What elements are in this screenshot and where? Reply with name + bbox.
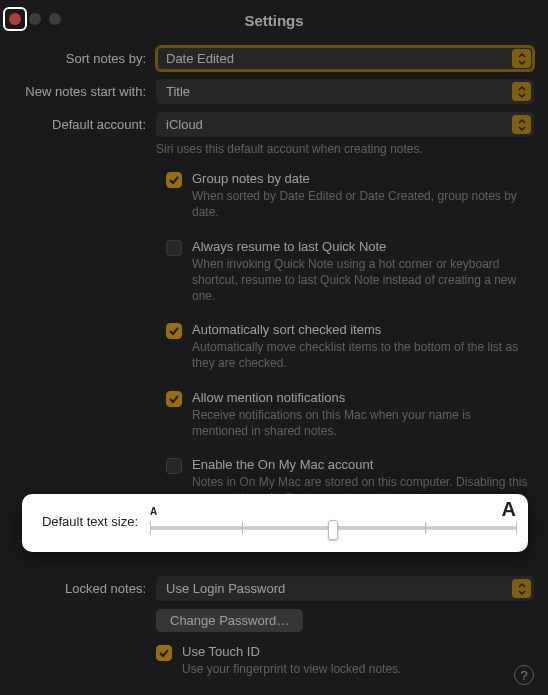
- default-account-popup[interactable]: iCloud: [156, 112, 534, 137]
- locked-notes-popup[interactable]: Use Login Password: [156, 576, 534, 601]
- option-autosort-checked[interactable]: Automatically sort checked items Automat…: [166, 322, 530, 371]
- large-a-icon: A: [502, 498, 516, 521]
- checkbox-icon[interactable]: [166, 240, 182, 256]
- checkbox-icon[interactable]: [156, 645, 172, 661]
- text-size-slider[interactable]: [150, 526, 516, 530]
- option-sub: Use your fingerprint to view locked note…: [182, 661, 534, 677]
- updown-icon: [512, 82, 531, 101]
- option-sub: When sorted by Date Edited or Date Creat…: [192, 188, 530, 220]
- option-group-by-date[interactable]: Group notes by date When sorted by Date …: [166, 171, 530, 220]
- sort-notes-label: Sort notes by:: [14, 46, 156, 66]
- slider-thumb[interactable]: [328, 520, 338, 540]
- option-title: Allow mention notifications: [192, 390, 530, 405]
- option-title: Enable the On My Mac account: [192, 457, 530, 472]
- zoom-icon[interactable]: [49, 13, 61, 25]
- new-notes-value: Title: [166, 84, 190, 99]
- help-button[interactable]: ?: [514, 665, 534, 685]
- new-notes-label: New notes start with:: [14, 79, 156, 99]
- default-account-value: iCloud: [166, 117, 203, 132]
- option-title: Group notes by date: [192, 171, 530, 186]
- sort-notes-value: Date Edited: [166, 51, 234, 66]
- checkbox-icon[interactable]: [166, 458, 182, 474]
- checkbox-icon[interactable]: [166, 172, 182, 188]
- default-account-label: Default account:: [14, 112, 156, 132]
- window-title: Settings: [244, 12, 303, 29]
- checkbox-icon[interactable]: [166, 391, 182, 407]
- updown-icon: [512, 579, 531, 598]
- option-title: Automatically sort checked items: [192, 322, 530, 337]
- minimize-icon[interactable]: [29, 13, 41, 25]
- new-notes-popup[interactable]: Title: [156, 79, 534, 104]
- change-password-button[interactable]: Change Password…: [156, 609, 303, 632]
- locked-notes-value: Use Login Password: [166, 581, 285, 596]
- checkbox-icon[interactable]: [166, 323, 182, 339]
- default-account-hint: Siri uses this default account when crea…: [156, 141, 534, 157]
- option-title: Always resume to last Quick Note: [192, 239, 530, 254]
- option-sub: When invoking Quick Note using a hot cor…: [192, 256, 530, 305]
- text-size-label: Default text size:: [34, 514, 140, 529]
- locked-notes-label: Locked notes:: [14, 576, 156, 596]
- option-title: Use Touch ID: [182, 644, 534, 659]
- window-titlebar: Settings: [0, 0, 548, 40]
- default-text-size-panel: Default text size: A A: [22, 494, 528, 552]
- close-button-highlight: [3, 7, 27, 31]
- updown-icon: [512, 115, 531, 134]
- small-a-icon: A: [150, 506, 157, 517]
- updown-icon: [512, 49, 531, 68]
- option-mention-notifications[interactable]: Allow mention notifications Receive noti…: [166, 390, 530, 439]
- option-sub: Receive notifications on this Mac when y…: [192, 407, 530, 439]
- sort-notes-popup[interactable]: Date Edited: [156, 46, 534, 71]
- option-resume-quick-note[interactable]: Always resume to last Quick Note When in…: [166, 239, 530, 305]
- option-touch-id[interactable]: Use Touch ID Use your fingerprint to vie…: [156, 644, 534, 677]
- option-sub: Automatically move checklist items to th…: [192, 339, 530, 371]
